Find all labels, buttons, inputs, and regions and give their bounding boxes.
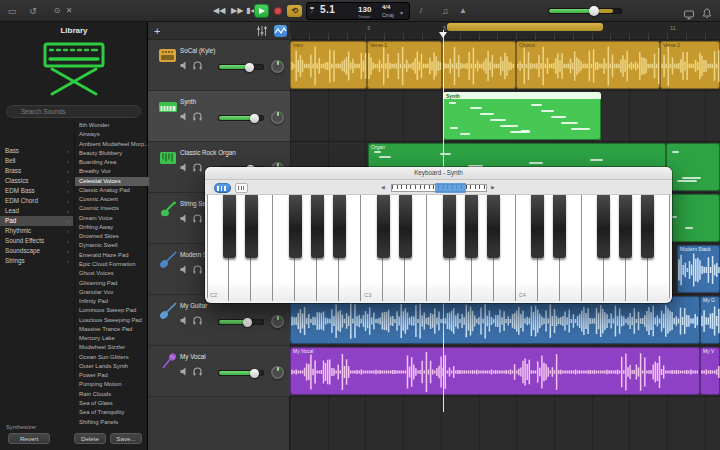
record-button[interactable] [274,7,282,15]
sidebar-category-classics[interactable]: Classics› [0,176,73,186]
display-icon[interactable] [682,0,696,22]
forward-button[interactable]: ▶▶ [231,0,243,22]
patch-item-beauty-blubbery[interactable]: Beauty Blubbery [75,149,149,158]
region-my-v[interactable]: My V [700,347,720,395]
volume-thumb[interactable] [245,63,254,72]
octave-left-icon[interactable]: ◀ [381,184,385,190]
black-key[interactable] [223,195,236,258]
sidebar-category-pad[interactable]: Pad› [0,216,73,226]
black-key[interactable] [443,195,456,258]
rewind-button[interactable]: ◀◀ [213,0,225,22]
cycle-button[interactable]: ⟲ [287,5,302,17]
patch-item-ambient-modwheel-morp[interactable]: Ambient Modwheel Morp... [75,140,149,149]
black-key[interactable] [531,195,544,258]
black-key[interactable] [553,195,566,258]
pan-knob[interactable] [271,315,284,328]
patch-item-dream-voice[interactable]: Dream Voice [75,214,149,223]
pan-knob[interactable] [271,111,284,124]
window-icon[interactable]: ▭ [5,0,19,22]
black-key[interactable] [619,195,632,258]
patch-item-outer-lands-synth[interactable]: Outer Lands Synth [75,362,149,371]
patch-item-emerald-haze-pad[interactable]: Emerald Haze Pad [75,251,149,260]
track-volume-slider[interactable] [218,370,264,376]
region-synth[interactable]: Synth [443,92,601,140]
patch-item-mercury-lake[interactable]: Mercury Lake [75,334,149,343]
keyboard-window-titlebar[interactable]: Keyboard - Synth [205,167,672,180]
chevron-down-icon[interactable]: ▾ [400,9,403,16]
keyboard-window[interactable]: Keyboard - Synth ◀ ▶ C2C3C4 [205,167,672,303]
patch-item-luminous-sweep-pad[interactable]: Luminous Sweep Pad [75,306,149,315]
metronome-icon[interactable]: ▲ [456,0,470,22]
patch-item-modwheel-sizzler[interactable]: Modwheel Sizzler [75,343,149,352]
patch-item-dynamic-swell[interactable]: Dynamic Swell [75,241,149,250]
timeline-ruler[interactable]: 357911 [290,22,720,40]
patch-item-epic-cloud-formation[interactable]: Epic Cloud Formation [75,260,149,269]
pan-knob[interactable] [271,60,284,73]
track-header-socal-kyle[interactable]: SoCal (Kyle) [148,40,290,91]
region-my-guitar[interactable]: My Guitar [290,296,700,344]
region-intro[interactable]: Intro [290,41,367,89]
sidebar-category-edm-chord[interactable]: EDM Chord› [0,196,73,206]
patch-item-drowned-skies[interactable]: Drowned Skies [75,232,149,241]
patch-item-rain-clouds[interactable]: Rain Clouds [75,390,149,399]
region-chorus[interactable]: Chorus [516,41,660,89]
cycle-range[interactable] [447,23,603,31]
patch-item-power-pad[interactable]: Power Pad [75,371,149,380]
patch-item-sea-of-glass[interactable]: Sea of Glass [75,399,149,408]
track-header-synth[interactable]: Synth [148,91,290,142]
patch-item-drifting-away[interactable]: Drifting Away [75,223,149,232]
patch-item-pumping-motion[interactable]: Pumping Motion [75,380,149,389]
black-key[interactable] [465,195,478,258]
patch-item-shifting-panels[interactable]: Shifting Panels [75,418,149,427]
play-button[interactable] [254,4,269,18]
save-button[interactable]: Save... [110,433,142,444]
patch-item-8th-wonder[interactable]: 8th Wonder [75,121,149,130]
lcd-display[interactable]: ♪ 5.1 130 Tempo 4/4 Cmaj ▾ [306,2,410,20]
sidebar-category-rhythmic[interactable]: Rhythmic› [0,226,73,236]
black-key[interactable] [597,195,610,258]
patch-item-airways[interactable]: Airways [75,130,149,139]
sidebar-category-bell[interactable]: Bell› [0,156,73,166]
volume-thumb[interactable] [250,369,259,378]
sidebar-category-strings[interactable]: Strings› [0,256,73,266]
sidebar-category-soundscape[interactable]: Soundscape› [0,246,73,256]
patch-item-luscious-sweeping-pad[interactable]: Luscious Sweeping Pad [75,316,149,325]
patch-item-infinity-pad[interactable]: Infinity Pad [75,297,149,306]
patch-item-boarding-area[interactable]: Boarding Area [75,158,149,167]
volume-thumb[interactable] [250,114,259,123]
undo-icon[interactable]: ↺ [26,0,40,22]
track-volume-slider[interactable] [218,319,264,325]
region-clip[interactable] [442,41,516,89]
volume-thumb[interactable] [243,318,252,327]
track-header-my-vocal[interactable]: My Vocal [148,346,290,397]
region-verse-1[interactable]: Verse 1 [367,41,442,89]
octave-right-icon[interactable]: ▶ [491,184,495,190]
sidebar-category-bass[interactable]: Bass› [0,146,73,156]
sidebar-category-brass[interactable]: Brass› [0,166,73,176]
patch-item-glistening-pad[interactable]: Glistening Pad [75,279,149,288]
patch-item-celestial-voices[interactable]: Celestial Voices [75,177,149,186]
patch-item-ghost-voices[interactable]: Ghost Voices [75,269,149,278]
patch-item-massive-trance-pad[interactable]: Massive Trance Pad [75,325,149,334]
patch-item-breathy-vox[interactable]: Breathy Vox [75,167,149,176]
region-modern-stack[interactable]: Modern Stack [677,245,720,293]
black-key[interactable] [311,195,324,258]
track-volume-slider[interactable] [218,115,264,121]
count-in-icon[interactable]: ♫ [438,0,452,22]
keyboard-mode-button[interactable] [214,183,231,193]
black-key[interactable] [333,195,346,258]
master-volume-slider[interactable] [548,8,622,14]
delete-button[interactable]: Delete [74,433,106,444]
region-my-g[interactable]: My G [700,296,720,344]
bell-icon[interactable] [700,0,714,22]
sidebar-category-edm-bass[interactable]: EDM Bass› [0,186,73,196]
scissors-icon[interactable]: ✕ [62,0,76,22]
track-volume-slider[interactable] [218,64,264,70]
region-clip[interactable] [666,143,720,191]
black-key[interactable] [641,195,654,258]
revert-button[interactable]: Revert [8,433,50,444]
patch-item-sea-of-tranquility[interactable]: Sea of Tranquility [75,408,149,417]
black-key[interactable] [377,195,390,258]
black-key[interactable] [245,195,258,258]
add-track-button[interactable]: + [154,22,160,40]
